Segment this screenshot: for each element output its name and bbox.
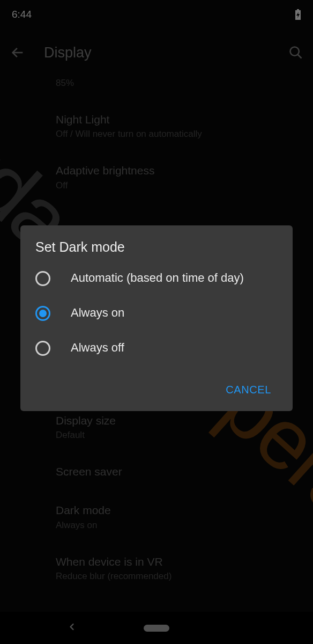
cancel-button[interactable]: CANCEL xyxy=(220,379,277,400)
dialog-title: Set Dark mode xyxy=(35,239,280,255)
radio-icon-checked xyxy=(35,306,50,321)
radio-label: Always off xyxy=(71,340,124,356)
dialog-actions: CANCEL xyxy=(35,379,280,405)
radio-item-always-off[interactable]: Always off xyxy=(35,340,280,356)
radio-item-automatic[interactable]: Automatic (based on time of day) xyxy=(35,270,280,287)
radio-label: Automatic (based on time of day) xyxy=(71,270,244,287)
radio-item-always-on[interactable]: Always on xyxy=(35,305,280,321)
radio-icon xyxy=(35,341,50,356)
radio-icon xyxy=(35,271,50,286)
dark-mode-dialog: Set Dark mode Automatic (based on time o… xyxy=(20,225,293,411)
radio-label: Always on xyxy=(71,305,124,321)
dark-mode-radio-group: Automatic (based on time of day) Always … xyxy=(35,270,280,356)
